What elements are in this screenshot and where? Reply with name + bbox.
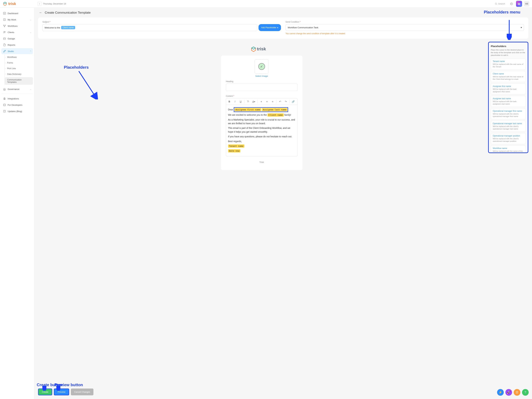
svg-point-11 <box>4 32 5 32</box>
placeholder-tag: Assignee first name <box>234 108 261 111</box>
fab-rocket[interactable]: 🚀 <box>505 389 512 396</box>
sidebar-item-studio[interactable]: Studio⌃ <box>1 48 33 54</box>
content-editor[interactable]: Dear Assignee first name Assignee last n… <box>226 105 298 156</box>
send-condition-label: Send Condition * <box>286 21 524 23</box>
placeholder-tag: Tenant name <box>228 145 244 148</box>
editor-toolbar: B I U TI A▾ ≡ ≡ ≡ ↶ ↷ 🔗 <box>226 98 298 105</box>
send-condition-select[interactable]: Workflow Communication Task ▾ <box>286 24 524 31</box>
date-prev-button[interactable]: ‹ <box>38 2 42 6</box>
garage-icon <box>3 37 6 40</box>
subject-input[interactable]: Welcome to the Client name <box>42 24 257 31</box>
user-avatar[interactable]: MB <box>524 1 529 6</box>
template-brand-logo: trisk <box>251 46 272 53</box>
add-placeholder-button[interactable]: Add Placeholder ▾ <box>259 24 281 31</box>
sidebar-item-dashboard[interactable]: Dashboard <box>1 10 33 16</box>
ai-assistant-button[interactable] <box>516 1 522 7</box>
placeholder-item[interactable]: Tenant nameWill be replaced with the rea… <box>491 58 526 70</box>
chevron-down-icon: ⌄ <box>30 19 31 21</box>
chat-icon[interactable] <box>509 1 514 6</box>
svg-point-3 <box>518 4 519 4</box>
reports-icon <box>3 43 6 46</box>
placeholder-item-desc: Will be replaced with the task assignee'… <box>493 100 524 105</box>
check-icon: ✓ <box>258 63 265 70</box>
template-card: ✓ Select Image Heading Content * B I U T… <box>221 56 302 170</box>
font-color-button[interactable]: A▾ <box>251 99 257 104</box>
placeholders-help: Place the cursor in the desired place in… <box>491 49 526 57</box>
image-dropzone[interactable]: ✓ <box>255 59 269 74</box>
placeholder-item-desc: Will be replaced with the client's opera… <box>493 138 524 142</box>
sidebar-sub-forms[interactable]: Forms <box>5 60 33 65</box>
font-size-button[interactable]: TI <box>246 99 251 104</box>
italic-button[interactable]: I <box>232 99 238 104</box>
placeholder-item-desc: Will be replaced with the real name of t… <box>493 76 524 81</box>
align-left-button[interactable]: ≡ <box>259 99 264 104</box>
sidebar-item-workflows[interactable]: Workflows <box>1 23 33 29</box>
subject-placeholder-pill: Client name <box>61 26 75 29</box>
heading-input[interactable] <box>226 84 298 91</box>
placeholder-item-desc: Will be replaced with the client's opera… <box>493 125 524 130</box>
select-image-link[interactable]: Select Image <box>226 75 298 77</box>
placeholder-item-name: Tenant name <box>493 60 524 63</box>
date-navigator: ‹ Thursday, December 19 <box>38 2 66 6</box>
placeholder-item[interactable]: Assignee last nameWill be replaced with … <box>491 96 526 107</box>
send-condition-warning: You cannot change the send condition of … <box>286 32 524 35</box>
logo-icon <box>3 1 7 6</box>
placeholder-item[interactable]: Operational manager first nameWill be re… <box>491 108 526 119</box>
sidebar-item-developers[interactable]: For Developers <box>1 102 33 108</box>
sidebar-sub-workflows[interactable]: Workflows <box>5 55 33 60</box>
placeholder-item[interactable]: Operational manager positionWill be repl… <box>491 133 526 144</box>
content-label: Content * <box>226 95 298 97</box>
heading-label: Heading <box>226 80 298 83</box>
placeholder-item-name: Assignee first name <box>493 85 524 88</box>
sidebar-sub-data-dictionary[interactable]: Data Dictionary <box>5 71 33 77</box>
sidebar-sub-communication-templates[interactable]: Communication Templates <box>5 77 33 85</box>
svg-line-1 <box>496 4 497 5</box>
nav-divider <box>2 94 32 94</box>
placeholder-tag: Client name <box>267 113 284 117</box>
cancel-button[interactable]: Cancel Changes <box>71 388 93 395</box>
align-right-button[interactable]: ≡ <box>270 99 275 104</box>
search-icon <box>495 2 497 5</box>
svg-point-4 <box>519 4 520 4</box>
svg-rect-13 <box>4 38 6 40</box>
sidebar-item-garage[interactable]: Garage <box>1 36 33 42</box>
template-footer: Trisk <box>226 161 298 163</box>
fab-list[interactable]: ☰ <box>514 389 520 396</box>
studio-icon <box>3 50 6 53</box>
top-header: trisk ‹ Thursday, December 19 Search MB <box>0 0 532 8</box>
underline-button[interactable]: U <box>238 99 243 104</box>
sidebar-sub-pick-lists[interactable]: Pick Lists <box>5 66 33 71</box>
sidebar-item-integrations[interactable]: Integrations <box>1 95 33 101</box>
sidebar: Dashboard My Work⌄ Workflows Clients⌄ Ga… <box>0 8 34 399</box>
placeholder-item[interactable]: Client nameWill be replaced with the rea… <box>491 71 526 82</box>
placeholder-item[interactable]: Assignee first nameWill be replaced with… <box>491 83 526 95</box>
sidebar-item-reports[interactable]: Reports <box>1 42 33 48</box>
placeholders-panel: Placeholders Place the cursor in the des… <box>488 42 528 153</box>
sidebar-item-my-work[interactable]: My Work⌄ <box>1 17 33 23</box>
svg-line-17 <box>79 71 96 97</box>
placeholder-item[interactable]: Operational manager last nameWill be rep… <box>491 121 526 132</box>
svg-point-8 <box>4 25 4 25</box>
create-button[interactable]: Create <box>38 388 52 395</box>
link-button[interactable]: 🔗 <box>291 99 296 104</box>
chevron-down-icon: ▾ <box>277 26 278 29</box>
logo-text: trisk <box>8 2 16 6</box>
preview-button[interactable]: Preview <box>54 388 69 395</box>
placeholder-item[interactable]: Workflow nameWill be replaced with the n… <box>491 146 526 153</box>
sidebar-item-governance[interactable]: Governance⌄ <box>1 86 33 92</box>
fab-lightning[interactable]: ⚡ <box>497 389 504 396</box>
placeholders-title: Placeholders <box>491 45 526 48</box>
fab-help[interactable]: ? <box>522 389 529 396</box>
placeholder-item-name: Operational manager last name <box>493 122 524 125</box>
back-arrow-icon[interactable]: ← <box>39 11 42 14</box>
redo-button[interactable]: ↷ <box>283 99 288 104</box>
align-center-button[interactable]: ≡ <box>264 99 270 104</box>
sidebar-item-updates[interactable]: Updates (Blog) <box>1 108 33 114</box>
undo-button[interactable]: ↶ <box>278 99 283 104</box>
sidebar-item-clients[interactable]: Clients⌄ <box>1 29 33 35</box>
search-input[interactable]: Search <box>493 1 507 6</box>
bold-button[interactable]: B <box>227 99 232 104</box>
developers-icon <box>3 103 6 106</box>
placeholder-tag: Assignee last name <box>262 108 287 111</box>
action-bar: Create Preview Cancel Changes <box>34 386 532 399</box>
